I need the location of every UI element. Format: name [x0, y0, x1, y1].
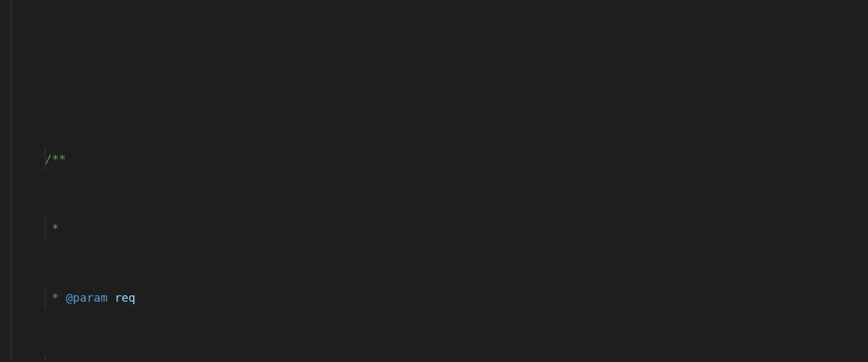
code-line[interactable]: * @param req	[0, 286, 868, 309]
code-line[interactable]: *	[0, 217, 868, 240]
code-line[interactable]: /**	[0, 148, 868, 171]
indent-guide	[45, 217, 46, 240]
jsdoc-star: *	[45, 291, 66, 304]
indent-guide	[45, 356, 46, 362]
jsdoc-param: req	[114, 291, 135, 304]
code-line[interactable]: * @param res	[0, 356, 868, 362]
jsdoc-star: *	[45, 221, 59, 235]
indent-guide	[45, 148, 46, 171]
jsdoc-open: /**	[45, 152, 66, 166]
indent-guide	[45, 286, 46, 309]
jsdoc-tag: @param	[66, 291, 108, 304]
